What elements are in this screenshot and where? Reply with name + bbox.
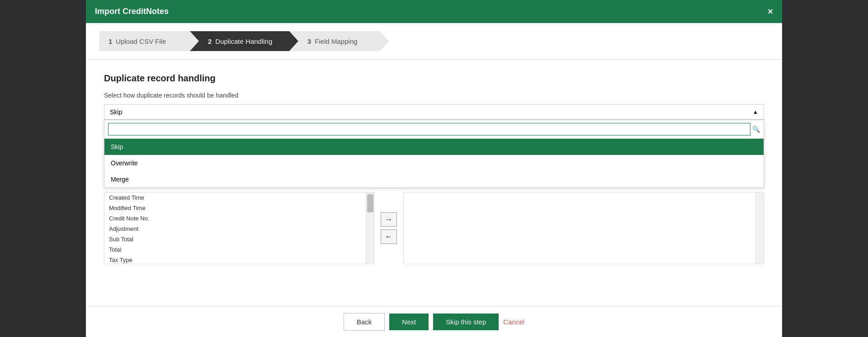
field-total: Total [104, 244, 366, 255]
field-modified-time: Modified Time [104, 203, 366, 213]
right-list-scrollbar[interactable] [756, 192, 764, 264]
steps-bar: 1 Upload CSV File 2 Duplicate Handling 3… [86, 23, 782, 60]
field-credit-note-no: Credit Note No. [104, 213, 366, 224]
field-tax-type: Tax Type [104, 255, 366, 264]
dropdown-search-row: 🔍 [104, 120, 764, 139]
right-sidebar-bg [782, 0, 868, 337]
next-button[interactable]: Next [389, 314, 429, 330]
section-title: Duplicate record handling [104, 73, 764, 84]
dropdown-search-input[interactable] [108, 123, 750, 136]
cancel-button[interactable]: Cancel [503, 318, 524, 326]
step-2: 2 Duplicate Handling [190, 31, 298, 51]
transfer-left-button[interactable]: ← [381, 229, 397, 244]
transfer-buttons: → ← [374, 192, 403, 264]
step-3-label: Field Mapping [315, 37, 357, 45]
section-desc: Select how duplicate records should be h… [104, 92, 764, 99]
step-1-label: Upload CSV File [116, 37, 166, 45]
option-merge[interactable]: Merge [104, 171, 764, 187]
option-skip[interactable]: Skip [104, 139, 764, 155]
field-adjustment: Adjustment [104, 224, 366, 234]
close-icon[interactable]: × [768, 6, 773, 17]
modal-footer: Back Next Skip this step Cancel [86, 306, 782, 337]
chevron-up-icon: ▲ [753, 109, 758, 115]
fields-list-left: Created Time Modified Time Credit Note N… [104, 192, 366, 264]
modal-container: Import CreditNotes × 1 Upload CSV File 2… [86, 0, 782, 337]
modal-title: Import CreditNotes [95, 7, 169, 16]
step-1: 1 Upload CSV File [99, 31, 199, 51]
dropdown-panel: 🔍 Skip Overwrite Merge [104, 120, 764, 188]
duplicate-handling-dropdown[interactable]: Skip ▲ 🔍 Skip Overwrite Merge [104, 104, 764, 120]
option-overwrite[interactable]: Overwrite [104, 155, 764, 171]
search-icon: 🔍 [752, 126, 760, 133]
left-sidebar-bg [0, 0, 86, 337]
transfer-right-button[interactable]: → [381, 212, 397, 227]
modal-body: Duplicate record handling Select how dup… [86, 60, 782, 306]
step-2-number: 2 [208, 37, 212, 45]
left-scrollbar-thumb [367, 194, 373, 212]
step-2-label: Duplicate Handling [215, 37, 272, 45]
field-sub-total: Sub Total [104, 234, 366, 244]
field-created-time: Created Time [104, 192, 366, 203]
left-list-scrollbar[interactable] [366, 192, 374, 264]
step-3: 3 Field Mapping [289, 31, 389, 51]
step-3-number: 3 [307, 37, 311, 45]
fields-area: Created Time Modified Time Credit Note N… [104, 192, 764, 264]
modal-header: Import CreditNotes × [86, 0, 782, 23]
back-button[interactable]: Back [344, 313, 385, 331]
skip-button[interactable]: Skip this step [433, 314, 499, 330]
dropdown-selected-value: Skip [110, 108, 122, 116]
fields-list-right [403, 192, 756, 264]
step-1-number: 1 [108, 37, 112, 45]
dropdown-trigger[interactable]: Skip ▲ [104, 104, 764, 120]
